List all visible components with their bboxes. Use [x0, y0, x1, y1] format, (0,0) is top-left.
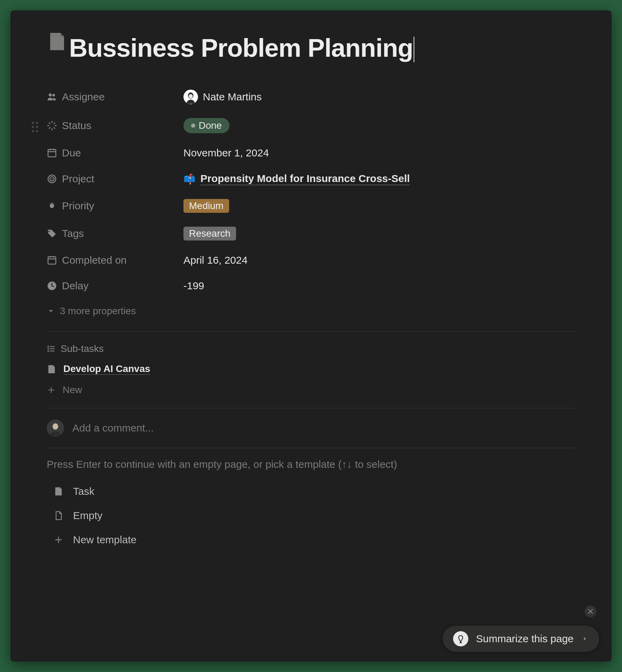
- summarize-button[interactable]: Summarize this page: [443, 626, 599, 652]
- property-tags[interactable]: Tags Research: [47, 220, 575, 247]
- divider: [47, 448, 575, 448]
- close-button[interactable]: [585, 606, 596, 617]
- comment-composer[interactable]: [47, 416, 575, 440]
- status-dot-icon: [191, 124, 195, 128]
- svg-rect-10: [48, 122, 51, 124]
- comment-input[interactable]: [72, 422, 575, 434]
- svg-rect-26: [50, 348, 55, 349]
- property-label-text: Assignee: [62, 91, 105, 103]
- property-project[interactable]: Project 📫 Propensity Model for Insurance…: [47, 166, 575, 192]
- new-subtask-label: New: [63, 384, 82, 396]
- file-icon: [54, 511, 63, 520]
- tag-icon: [47, 228, 57, 239]
- template-label: Task: [73, 485, 94, 497]
- svg-point-17: [51, 178, 53, 180]
- subtask-item[interactable]: Develop AI Canvas: [47, 358, 575, 380]
- mailbox-emoji-icon: 📫: [183, 173, 196, 185]
- property-label-text: Delay: [62, 280, 89, 292]
- page-icon: [54, 487, 63, 496]
- drag-handle-icon[interactable]: [32, 122, 39, 133]
- page-title[interactable]: Bussiness Problem Planning: [69, 33, 413, 63]
- property-label: Priority: [47, 200, 183, 212]
- template-new[interactable]: New template: [54, 528, 575, 552]
- property-label-text: Project: [62, 173, 94, 185]
- property-value[interactable]: Done: [183, 118, 229, 133]
- divider: [47, 331, 575, 332]
- flame-icon: [47, 201, 57, 211]
- properties-list: Assignee Nate Martins Status Done: [47, 83, 575, 324]
- page-icon: [47, 364, 56, 374]
- property-label: Delay: [47, 280, 183, 292]
- svg-rect-28: [50, 351, 55, 351]
- property-status[interactable]: Status Done: [47, 111, 575, 140]
- property-label-text: Due: [62, 147, 81, 159]
- chevron-right-icon: [581, 635, 589, 643]
- status-pill: Done: [183, 118, 229, 133]
- people-icon: [47, 92, 57, 102]
- calendar-icon: [47, 255, 57, 265]
- template-empty[interactable]: Empty: [54, 503, 575, 528]
- assignee-avatar: [183, 90, 198, 104]
- property-value[interactable]: -199: [183, 280, 204, 292]
- close-icon: [588, 609, 593, 614]
- property-due[interactable]: Due November 1, 2024: [47, 140, 575, 166]
- svg-rect-7: [53, 122, 55, 124]
- property-value[interactable]: November 1, 2024: [183, 147, 269, 159]
- delay-value: -199: [183, 280, 204, 292]
- list-icon: [47, 344, 56, 353]
- text-cursor: [414, 37, 414, 62]
- svg-rect-24: [50, 346, 55, 347]
- svg-rect-18: [48, 257, 56, 264]
- page-window: Bussiness Problem Planning Assignee Nate…: [10, 10, 612, 662]
- svg-point-2: [189, 94, 193, 98]
- new-subtask-button[interactable]: New: [47, 380, 575, 400]
- priority-tag: Medium: [183, 199, 229, 213]
- svg-rect-4: [52, 128, 53, 130]
- template-label: Empty: [73, 510, 102, 521]
- ai-icon: [453, 631, 468, 646]
- status-text: Done: [199, 120, 222, 131]
- property-label: Tags: [47, 228, 183, 239]
- svg-point-27: [47, 350, 49, 352]
- property-delay[interactable]: Delay -199: [47, 273, 575, 299]
- property-label: Due: [47, 147, 183, 159]
- property-value[interactable]: Nate Martins: [183, 90, 262, 104]
- page-title-text: Bussiness Problem Planning: [69, 34, 413, 62]
- assignee-name: Nate Martins: [203, 91, 262, 103]
- svg-rect-11: [48, 149, 56, 157]
- property-label-text: Completed on: [62, 254, 127, 266]
- template-list: Task Empty New template: [47, 479, 575, 552]
- subtask-title[interactable]: Develop AI Canvas: [63, 363, 150, 375]
- property-value[interactable]: Research: [183, 227, 236, 240]
- property-completed-on[interactable]: Completed on April 16, 2024: [47, 247, 575, 273]
- chevron-down-icon: [47, 307, 55, 315]
- project-link[interactable]: Propensity Model for Insurance Cross-Sel…: [200, 173, 410, 185]
- template-hint: Press Enter to continue with an empty pa…: [47, 458, 575, 470]
- divider: [47, 408, 575, 408]
- property-assignee[interactable]: Assignee Nate Martins: [47, 83, 575, 111]
- subtasks-header-label: Sub-tasks: [61, 343, 104, 354]
- more-properties-toggle[interactable]: 3 more properties: [47, 299, 575, 324]
- property-value[interactable]: Medium: [183, 199, 229, 213]
- property-value[interactable]: April 16, 2024: [183, 254, 247, 266]
- template-label: New template: [73, 534, 136, 546]
- svg-rect-9: [53, 127, 55, 129]
- property-priority[interactable]: Priority Medium: [47, 192, 575, 220]
- calendar-icon: [47, 148, 57, 158]
- svg-point-25: [47, 348, 49, 349]
- plus-icon: [47, 385, 56, 394]
- property-label-text: Status: [62, 120, 91, 131]
- more-properties-label: 3 more properties: [60, 306, 136, 317]
- loader-icon: [47, 120, 57, 131]
- template-task[interactable]: Task: [54, 479, 575, 503]
- svg-rect-5: [55, 125, 57, 126]
- svg-rect-8: [48, 127, 51, 129]
- property-label-text: Priority: [62, 200, 94, 212]
- clock-icon: [47, 281, 57, 291]
- svg-point-30: [53, 423, 58, 429]
- property-label: Project: [47, 173, 183, 185]
- subtasks-header[interactable]: Sub-tasks: [47, 339, 575, 358]
- property-label: Status: [47, 120, 183, 131]
- property-value[interactable]: 📫 Propensity Model for Insurance Cross-S…: [183, 173, 410, 185]
- summarize-label: Summarize this page: [476, 633, 574, 645]
